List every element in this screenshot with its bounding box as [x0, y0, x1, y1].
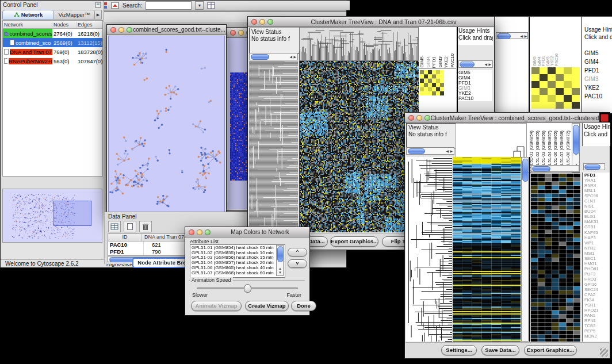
heatmap-canvas[interactable] — [300, 61, 419, 232]
close-button[interactable] — [189, 229, 194, 235]
move-up-button[interactable]: ^ — [288, 248, 307, 256]
export-graphics-button[interactable]: Export Graphics... — [524, 345, 577, 355]
treeview1-zoom-matrix[interactable] — [420, 70, 444, 95]
gene-label[interactable]: ELG1 — [584, 214, 610, 219]
close-button[interactable] — [230, 30, 236, 36]
col-id[interactable]: ID — [108, 234, 142, 241]
gene-label[interactable]: BUD4 — [584, 209, 610, 214]
gene-tree-canvas[interactable] — [406, 157, 452, 342]
scroll-up-icon[interactable]: ▲ — [278, 267, 282, 270]
gene-label[interactable]: RNR4 — [584, 183, 610, 188]
minimize-button[interactable] — [259, 19, 265, 25]
treeview2-array-tree-area[interactable] — [456, 123, 527, 158]
treeview1-gene-dendrogram[interactable] — [249, 61, 298, 232]
gene-label[interactable]: PUF3 — [584, 271, 610, 277]
fragment-zoom-matrix[interactable] — [531, 67, 580, 109]
treeview2-heatmap[interactable] — [453, 157, 521, 342]
zoom-button[interactable] — [205, 229, 211, 235]
network-row[interactable]: DNA and Tran 07 769(0) 183728(0) — [3, 47, 102, 56]
gene-label[interactable]: RPN1 — [584, 318, 610, 323]
gene-label[interactable]: SEC24 — [584, 287, 610, 292]
gene-label[interactable]: MON2 — [584, 334, 610, 339]
scroll-thumb[interactable] — [532, 166, 550, 171]
treeview2-zoom-heatmap[interactable] — [531, 174, 580, 342]
scroll-right-icon[interactable]: ▶ — [293, 55, 296, 59]
gene-label[interactable]: SEC1 — [584, 256, 610, 261]
network-canvas[interactable] — [109, 36, 223, 212]
zoom-heatmap-canvas[interactable] — [531, 174, 580, 342]
scroll-left-icon[interactable]: ◀ — [484, 63, 487, 66]
minimize-button[interactable] — [416, 115, 422, 121]
gene-label[interactable]: HAP3 — [584, 235, 610, 240]
scroll-thumb[interactable] — [573, 125, 579, 155]
gene-label[interactable]: KAP95 — [584, 230, 610, 235]
tab-network[interactable]: Network — [2, 10, 54, 20]
speed-slider-thumb[interactable] — [244, 284, 251, 293]
scroll-right-icon[interactable]: ▶ — [488, 63, 491, 66]
table-import-icon[interactable] — [207, 2, 215, 9]
gene-tree-canvas[interactable] — [249, 61, 298, 232]
attribute-list-vscrollbar[interactable]: ▲ ▼ — [276, 245, 284, 276]
gene-label[interactable]: PEP5 — [584, 328, 610, 334]
search-dropdown-arrow-icon[interactable]: ▼ — [195, 1, 204, 10]
network-row[interactable]: RNAPuberNov2+I 563(0) 107847(0) — [3, 56, 102, 66]
gene-label[interactable]: RPO21 — [584, 308, 610, 313]
gene-label[interactable]: HRD3 — [584, 277, 610, 282]
float-panel-icon[interactable] — [95, 2, 101, 8]
scroll-thumb[interactable] — [460, 62, 475, 67]
minimize-button[interactable] — [118, 27, 124, 33]
gene-label[interactable]: MSL1 — [584, 188, 610, 193]
treeview1-titlebar[interactable]: ClusterMaker TreeView : DNA and Tran 07-… — [248, 17, 494, 27]
gene-label[interactable]: YKE2 — [584, 83, 611, 92]
gene-label[interactable]: GIM3 — [584, 75, 611, 83]
gene-label[interactable]: FIG4 — [584, 297, 610, 302]
dialog-titlebar[interactable]: Map Colors to Network — [185, 227, 309, 237]
attribute-listbox[interactable]: GPL51-01 (GSM854) heat shock 05 minGPL51… — [190, 244, 285, 278]
col-header-network[interactable]: Network — [3, 22, 52, 28]
gene-label[interactable]: YSH1 — [584, 302, 610, 308]
close-button[interactable] — [408, 115, 414, 121]
gene-label[interactable]: GIM4 — [458, 75, 492, 81]
done-button[interactable]: Done — [291, 301, 316, 311]
create-vizmap-button[interactable]: Create Vizmap — [245, 301, 289, 311]
gene-label[interactable]: GIM5 — [458, 70, 492, 75]
treeview1-heatmap[interactable] — [299, 61, 419, 232]
scroll-right-icon[interactable]: ▶ — [524, 35, 527, 38]
scroll-right-icon[interactable]: ▶ — [450, 150, 453, 153]
gene-label[interactable]: NTR2 — [584, 246, 610, 251]
scroll-thumb[interactable] — [522, 159, 529, 182]
scroll-left-icon[interactable]: ◀ — [289, 55, 292, 59]
delete-attribute-trash-icon[interactable] — [139, 221, 152, 232]
search-input[interactable] — [146, 1, 192, 10]
gene-label[interactable]: PFD1 — [584, 173, 610, 178]
attribute-item[interactable]: GPL51-07 (GSM868) heat shock 60 min — [192, 271, 284, 276]
treeview2-hscrollbar-left[interactable]: ◀ ▶ — [406, 147, 454, 155]
gene-label[interactable]: PFD1 — [458, 81, 492, 86]
treeview1-hscrollbar-right[interactable]: ◀ ▶ — [458, 60, 493, 68]
gene-label[interactable]: GIM4 — [584, 58, 611, 66]
minimize-button[interactable] — [238, 30, 244, 36]
scroll-thumb[interactable] — [584, 164, 600, 170]
resize-grip[interactable] — [600, 348, 608, 357]
network-view-canvas-area[interactable] — [108, 36, 225, 213]
export-graphics-button[interactable]: Export Graphics... — [330, 236, 378, 247]
animate-vizmap-button[interactable]: Animate Vizmap — [191, 301, 242, 311]
fragment-hscrollbar[interactable]: ◀ ▶ — [496, 32, 528, 39]
gene-label[interactable]: HMG1 — [584, 261, 610, 266]
gene-label[interactable]: NIS1 — [584, 204, 610, 209]
col-header-edges[interactable]: Edges — [76, 22, 102, 28]
network-view-titlebar[interactable]: combined_scores_good.txt--cluste... — [107, 25, 226, 35]
new-attribute-icon[interactable] — [124, 221, 136, 232]
gene-label[interactable]: MAK31 — [584, 219, 610, 224]
gene-label[interactable]: CPA2 — [584, 292, 610, 297]
gene-label[interactable]: YRA1 — [584, 178, 610, 183]
settings-button[interactable]: Settings... — [441, 345, 477, 355]
scroll-thumb[interactable] — [497, 33, 511, 39]
gene-label[interactable]: SPC98 — [584, 193, 610, 198]
gene-label[interactable]: YKE2 — [458, 91, 492, 96]
gene-label[interactable]: PHO81 — [584, 266, 610, 271]
gene-label[interactable]: GIM5 — [584, 49, 611, 58]
gene-label[interactable]: PAN1 — [584, 313, 610, 318]
gene-label[interactable]: PFD1 — [584, 66, 611, 75]
gene-label[interactable]: CLN1 — [584, 198, 610, 204]
